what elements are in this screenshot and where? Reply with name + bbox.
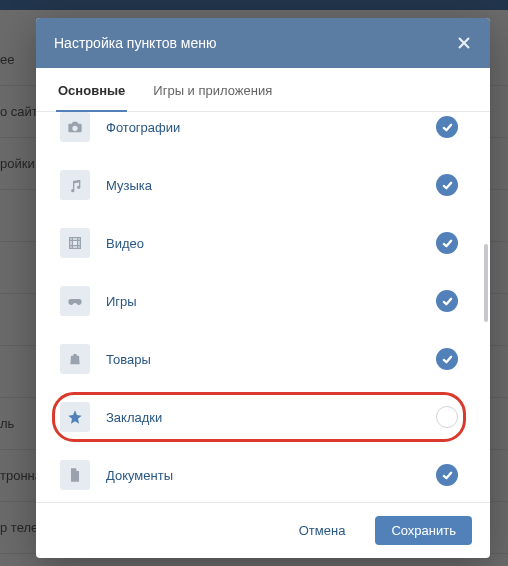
star-icon	[60, 402, 90, 432]
menu-item[interactable]: Музыка	[60, 156, 458, 214]
toggle-check[interactable]	[436, 116, 458, 138]
menu-item[interactable]: Документы	[60, 446, 458, 502]
menu-item[interactable]: Игры	[60, 272, 458, 330]
menu-item-label: Документы	[106, 468, 420, 483]
save-button[interactable]: Сохранить	[375, 516, 472, 545]
modal-header: Настройка пунктов меню	[36, 18, 490, 68]
menu-settings-modal: Настройка пунктов меню Основные Игры и п…	[36, 18, 490, 558]
film-icon	[60, 228, 90, 258]
camera-icon	[60, 112, 90, 142]
menu-item-label: Видео	[106, 236, 420, 251]
menu-item-label: Товары	[106, 352, 420, 367]
tabs: Основные Игры и приложения	[36, 68, 490, 112]
doc-icon	[60, 460, 90, 490]
menu-item[interactable]: Фотографии	[60, 112, 458, 156]
menu-item-label: Закладки	[106, 410, 420, 425]
bag-icon	[60, 344, 90, 374]
menu-item-label: Фотографии	[106, 120, 420, 135]
menu-items-scrollarea: Фотографии Музыка Видео Игры Товары Закл…	[36, 112, 490, 502]
menu-item[interactable]: Товары	[60, 330, 458, 388]
toggle-check[interactable]	[436, 464, 458, 486]
tab-games-apps[interactable]: Игры и приложения	[151, 83, 274, 112]
cancel-button[interactable]: Отмена	[283, 516, 362, 545]
toggle-check[interactable]	[436, 174, 458, 196]
toggle-check[interactable]	[436, 406, 458, 428]
toggle-check[interactable]	[436, 290, 458, 312]
tab-main[interactable]: Основные	[56, 83, 127, 112]
scrollbar-track[interactable]	[484, 116, 488, 498]
toggle-check[interactable]	[436, 232, 458, 254]
menu-item-label: Игры	[106, 294, 420, 309]
scrollbar-thumb[interactable]	[484, 244, 488, 322]
menu-item[interactable]: Видео	[60, 214, 458, 272]
modal-title: Настройка пунктов меню	[54, 35, 216, 51]
toggle-check[interactable]	[436, 348, 458, 370]
gamepad-icon	[60, 286, 90, 316]
menu-item-label: Музыка	[106, 178, 420, 193]
music-icon	[60, 170, 90, 200]
modal-footer: Отмена Сохранить	[36, 502, 490, 558]
menu-items-list: Фотографии Музыка Видео Игры Товары Закл…	[36, 112, 482, 502]
menu-item[interactable]: Закладки	[60, 388, 458, 446]
close-icon[interactable]	[456, 35, 472, 51]
